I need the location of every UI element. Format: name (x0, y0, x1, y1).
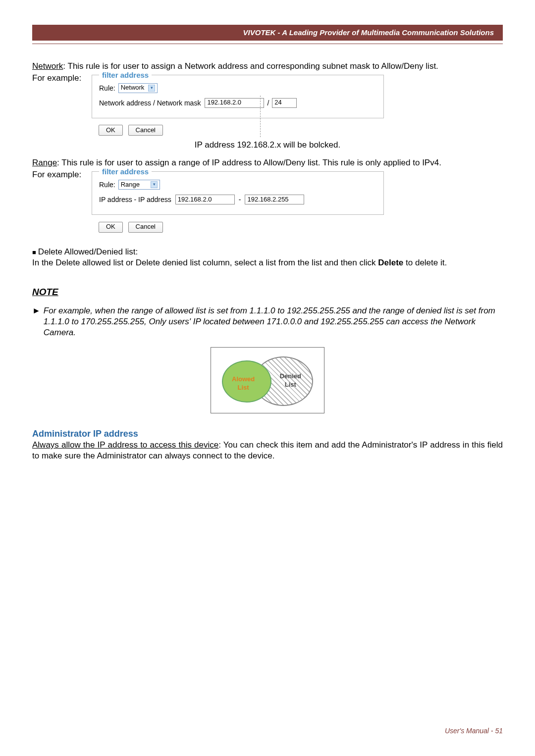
ip-from-input[interactable]: 192.168.2.0 (175, 195, 235, 204)
rule-select-network[interactable]: Network ▾ (118, 83, 158, 93)
rule-label-2: Rule: (99, 180, 115, 189)
network-label: Network (32, 61, 63, 71)
delete-list-body: In the Delete allowed list or Delete den… (32, 257, 503, 268)
venn-diagram: AlowedList DeniedList (211, 347, 324, 413)
fieldset-legend-2: filter address (99, 167, 152, 177)
delete-body-pre: In the Delete allowed list or Delete den… (32, 258, 378, 267)
triangle-right-icon: ► (32, 305, 41, 316)
cancel-button[interactable]: Cancel (128, 222, 163, 233)
ok-button[interactable]: OK (99, 222, 123, 233)
note-heading: NOTE (32, 286, 503, 299)
dash-label: - (239, 195, 241, 204)
filter-address-fieldset-1: filter address Rule: Network ▾ Network a… (92, 75, 384, 118)
page-footer: User's Manual - 51 (445, 726, 503, 735)
chevron-down-icon: ▾ (148, 85, 155, 92)
cancel-button[interactable]: Cancel (128, 125, 163, 136)
filter-address-fieldset-2: filter address Rule: Range ▾ IP address … (92, 171, 384, 215)
chevron-down-icon: ▾ (151, 181, 158, 188)
range-text: : This rule is for user to assign a rang… (57, 158, 441, 167)
delete-body-post: to delete it. (403, 258, 447, 267)
page-header: VIVOTEK - A Leading Provider of Multimed… (32, 25, 503, 41)
slash-label: / (267, 99, 269, 107)
note-text: For example, when the range of allowed l… (44, 305, 503, 338)
admin-ip-heading: Administrator IP address (32, 428, 503, 440)
network-text: : This rule is for user to assign a Netw… (63, 61, 438, 71)
delete-bold: Delete (378, 258, 403, 267)
iprange-label: IP address - IP address (99, 195, 171, 204)
range-label: Range (32, 158, 57, 167)
network-mask-input[interactable]: 24 (272, 98, 297, 108)
callout-line-1 (260, 96, 261, 137)
netaddr-label: Network address / Network mask (99, 99, 201, 107)
example-label-1: For example: (32, 72, 92, 84)
delete-list-title: Delete Allowed/Denied list: (38, 247, 138, 256)
ip-to-input[interactable]: 192.168.2.255 (245, 195, 304, 204)
rule-label-1: Rule: (99, 84, 115, 93)
admin-ip-body: Always allow the IP address to access th… (32, 440, 503, 461)
note-body: ► For example, when the range of allowed… (32, 305, 503, 338)
caption-blocked: IP address 192.168.2.x will be bolcked. (32, 140, 503, 151)
rule-select-value-2: Range (121, 181, 140, 189)
allowed-label: AlowedList (232, 375, 255, 392)
rule-select-range[interactable]: Range ▾ (118, 180, 160, 190)
ok-button[interactable]: OK (99, 125, 123, 136)
square-bullet-icon: ■ (32, 249, 36, 256)
example-label-2: For example: (32, 168, 92, 180)
denied-label: DeniedList (280, 372, 301, 389)
rule-select-value-1: Network (121, 84, 145, 92)
fieldset-legend-1: filter address (99, 70, 152, 80)
network-address-input[interactable]: 192.168.2.0 (205, 98, 264, 108)
delete-list-heading: ■Delete Allowed/Denied list: (32, 247, 503, 257)
admin-underline: Always allow the IP address to access th… (32, 440, 218, 450)
header-rule (32, 44, 503, 44)
